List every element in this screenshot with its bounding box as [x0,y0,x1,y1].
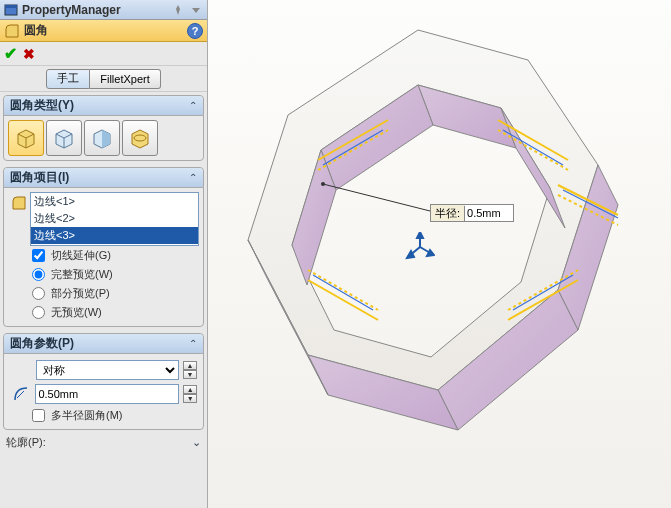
tangent-propagation[interactable]: 切线延伸(G) [8,246,199,265]
list-item[interactable]: 边线<1> [31,193,198,210]
chevron-up-icon: ⌃ [189,172,197,183]
no-preview[interactable]: 无预览(W) [8,303,199,322]
callout-label: 半径: [431,206,465,221]
cancel-button[interactable]: ✖ [23,46,35,62]
section-head-items[interactable]: 圆角项目(I)⌃ [4,168,203,188]
help-button[interactable]: ? [187,23,203,39]
fillet-type-variable[interactable] [46,120,82,156]
feature-titlebar: 圆角 ? [0,20,207,42]
profile-label: 轮廓(P):⌄ [0,433,207,452]
confirm-row: ✔ ✖ [0,42,207,66]
mode-tabs: 手工 FilletXpert [0,66,207,92]
section-head-type[interactable]: 圆角类型(Y)⌃ [4,96,203,116]
svg-marker-3 [417,232,423,238]
fillet-type-face[interactable] [84,120,120,156]
model-viewport[interactable] [208,0,671,508]
chevron-up-icon: ⌃ [189,100,197,111]
section-fillet-items: 圆角项目(I)⌃ 边线<1> 边线<2> 边线<3> 切线延伸(G) 完整预览(… [3,167,204,327]
fillet-type-full[interactable] [122,120,158,156]
rotate-triad[interactable] [405,232,435,262]
fillet-icon [4,23,20,39]
multi-radius[interactable]: 多半径圆角(M) [8,406,199,425]
section-head-params[interactable]: 圆角参数(P)⌃ [4,334,203,354]
symmetric-select[interactable]: 对称 [36,360,179,380]
radius-icon [10,386,31,402]
edge-select-icon [8,192,30,232]
chevron-up-icon: ⌃ [189,338,197,349]
ok-button[interactable]: ✔ [4,44,17,63]
property-manager-panel: PropertyManager 圆角 ? ✔ ✖ 手工 FilletXpert … [0,0,208,508]
section-fillet-type: 圆角类型(Y)⌃ [3,95,204,161]
pm-titlebar: PropertyManager [0,0,207,20]
spinner[interactable]: ▲▼ [183,361,197,379]
callout-radius-input[interactable] [465,205,513,221]
radius-callout[interactable]: 半径: [430,204,514,222]
pm-title-text: PropertyManager [22,3,167,17]
fillet-type-constant[interactable] [8,120,44,156]
feature-title-text: 圆角 [24,22,183,39]
tab-filletxpert[interactable]: FilletXpert [90,69,161,89]
chevron-down-icon[interactable]: ⌄ [192,436,201,449]
list-item[interactable]: 边线<3> [31,227,198,244]
tab-manual[interactable]: 手工 [46,69,90,89]
partial-preview[interactable]: 部分预览(P) [8,284,199,303]
section-fillet-params: 圆角参数(P)⌃ 对称 ▲▼ ▲▼ 多半径圆角(M) [3,333,204,430]
spinner[interactable]: ▲▼ [183,385,197,403]
svg-rect-9 [5,5,17,8]
radius-input[interactable] [35,384,179,404]
edges-listbox[interactable]: 边线<1> 边线<2> 边线<3> [30,192,199,246]
arrow-icon[interactable] [189,3,203,17]
pin-icon[interactable] [171,3,185,17]
pm-icon [4,3,18,17]
list-item[interactable]: 边线<2> [31,210,198,227]
full-preview[interactable]: 完整预览(W) [8,265,199,284]
